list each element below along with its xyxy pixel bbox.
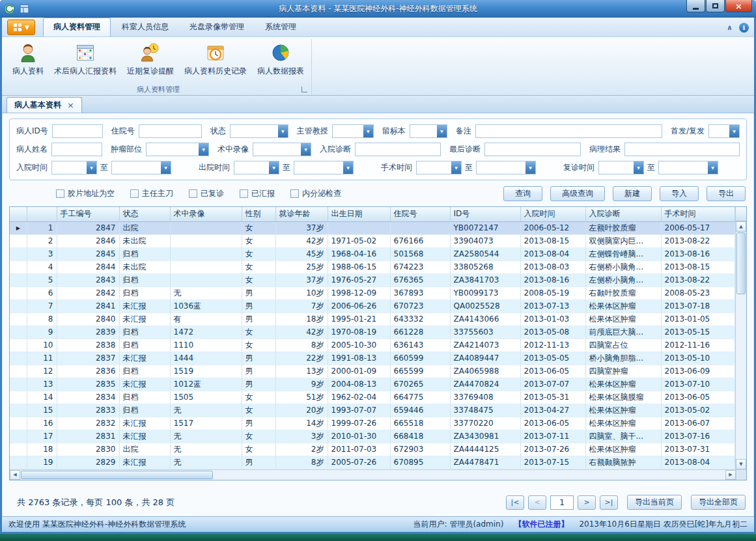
checkbox-endocrine-exam[interactable]: 内分泌检查 — [290, 188, 341, 199]
chevron-down-icon[interactable]: ▼ — [269, 161, 279, 174]
checkbox-reported[interactable]: 已汇报 — [240, 188, 275, 199]
patient-name-input[interactable] — [51, 143, 102, 156]
scroll-down-icon[interactable]: ▼ — [736, 459, 746, 469]
chevron-down-icon[interactable]: ▼ — [199, 143, 208, 156]
ribbon-button-data-report[interactable]: 病人数据报表 — [252, 39, 309, 78]
vertical-scroll-thumb[interactable] — [736, 232, 746, 294]
ribbon-tab-patient-data-management[interactable]: 病人资料管理 — [43, 18, 111, 36]
horizontal-scroll-track[interactable] — [214, 470, 725, 480]
table-row[interactable]: 72841未汇报1036蓝男7岁2006-06-26670723QA002552… — [10, 299, 735, 312]
prev-page-button[interactable]: < — [528, 495, 546, 510]
discharge-date-to-combo[interactable]: ▼ — [294, 161, 354, 174]
scroll-left-icon[interactable]: ◀ — [10, 470, 20, 480]
professor-combo[interactable]: ▼ — [332, 124, 374, 138]
pathology-result-input[interactable] — [624, 143, 740, 156]
surgery-date-to-input[interactable] — [477, 161, 525, 174]
ribbon-tab-department-staff[interactable]: 科室人员信息 — [112, 18, 178, 36]
surgery-video-combo[interactable]: ▼ — [253, 143, 311, 156]
app-menu-button[interactable]: ▼ — [7, 20, 35, 35]
chevron-down-icon[interactable]: ▼ — [87, 161, 96, 174]
followup-date-to-combo[interactable]: ▼ — [658, 161, 718, 174]
advanced-query-button[interactable]: 高级查询 — [550, 186, 605, 201]
ribbon-tab-disc-video-management[interactable]: 光盘录像带管理 — [180, 18, 254, 36]
close-button[interactable]: × — [725, 0, 752, 12]
admission-date-to-combo[interactable]: ▼ — [111, 161, 171, 174]
discharge-date-from-input[interactable] — [234, 161, 269, 174]
collapse-ribbon-icon[interactable]: ∧ — [727, 23, 733, 32]
tumor-site-input[interactable] — [147, 143, 199, 156]
admission-date-from-input[interactable] — [52, 161, 87, 174]
registration-status[interactable]: 【软件已注册】 — [514, 519, 568, 530]
table-row[interactable]: 122836归档1519男13岁2000-01-09665599ZA406598… — [10, 365, 735, 378]
ribbon-tab-system-management[interactable]: 系统管理 — [255, 18, 306, 36]
column-header[interactable]: ID号 — [450, 207, 520, 221]
page-number-input[interactable] — [550, 495, 574, 510]
export-current-page-button[interactable]: 导出当前页 — [627, 495, 682, 510]
scroll-right-icon[interactable]: ▶ — [725, 470, 736, 480]
chevron-down-icon[interactable]: ▼ — [343, 161, 353, 174]
final-diagnosis-input[interactable] — [484, 143, 581, 156]
horizontal-scroll-thumb[interactable] — [21, 471, 213, 479]
chevron-down-icon[interactable]: ▼ — [634, 161, 643, 174]
table-row[interactable]: ▶12847出院女37岁YB00721472006-05-12左额叶胶质瘤200… — [10, 221, 735, 234]
ribbon-button-history-log[interactable]: 病人资料历史记录 — [179, 39, 252, 78]
next-page-button[interactable]: > — [578, 495, 596, 510]
followup-date-from-input[interactable] — [599, 161, 634, 174]
document-tab-patient-basic-info[interactable]: 病人基本资料 × — [7, 97, 82, 113]
admission-date-from-combo[interactable]: ▼ — [51, 161, 97, 174]
column-header[interactable]: 出生日期 — [328, 207, 390, 221]
table-row[interactable]: 182830出院无女2岁2011-07-03672903ZA4444125201… — [10, 443, 735, 456]
column-header[interactable]: 入院时间 — [520, 207, 585, 221]
column-header[interactable]: 术中录像 — [170, 207, 242, 221]
surgery-video-input[interactable] — [253, 143, 301, 156]
table-row[interactable]: 162832未汇报1517男14岁1999-07-266655183377022… — [10, 417, 735, 430]
status-input[interactable] — [231, 125, 278, 137]
tab-close-icon[interactable]: × — [67, 100, 74, 110]
chevron-down-icon[interactable]: ▼ — [363, 125, 373, 137]
column-header[interactable]: 手术时间 — [661, 207, 735, 221]
ribbon-button-patient-info[interactable]: 病人资料 — [7, 39, 49, 78]
column-header[interactable]: 手工编号 — [57, 207, 119, 221]
followup-date-from-combo[interactable]: ▼ — [598, 161, 644, 174]
scroll-up-icon[interactable]: ▲ — [736, 221, 746, 232]
table-row[interactable]: 152833归档无女20岁1993-07-0765944633748475201… — [10, 404, 735, 417]
checkbox-film-address-empty[interactable]: 胶片地址为空 — [56, 188, 115, 199]
dialog-launcher-icon[interactable] — [301, 87, 307, 92]
followup-date-to-input[interactable] — [659, 161, 708, 174]
surgery-date-from-combo[interactable]: ▼ — [416, 161, 462, 174]
checkbox-chief-surgeon[interactable]: 主任主刀 — [130, 188, 173, 199]
new-button[interactable]: 新建 — [613, 186, 652, 201]
surgery-date-from-input[interactable] — [417, 161, 451, 174]
chevron-down-icon[interactable]: ▼ — [451, 161, 461, 174]
column-header[interactable]: 就诊年龄 — [275, 207, 328, 221]
table-row[interactable]: 32845归档女45岁1968-04-16501568ZA25805442013… — [10, 247, 735, 260]
chevron-down-icon[interactable]: ▼ — [301, 143, 311, 156]
table-row[interactable]: 82840未汇报有男18岁1995-01-21643332ZA414306620… — [10, 312, 735, 326]
query-button[interactable]: 查询 — [503, 186, 542, 201]
specimen-combo[interactable]: ▼ — [410, 124, 447, 138]
ribbon-button-followup-reminder[interactable]: 近期复诊提醒 — [122, 39, 179, 78]
chevron-down-icon[interactable]: ▼ — [525, 161, 535, 174]
admission-date-to-input[interactable] — [112, 161, 161, 174]
table-row[interactable]: 92839归档1472女42岁1970-08-19661228337556032… — [10, 326, 735, 339]
import-button[interactable]: 导入 — [660, 186, 699, 201]
remarks-input[interactable] — [475, 124, 662, 138]
table-row[interactable]: 42844未出院女25岁1988-06-15674223338052682013… — [10, 260, 735, 273]
chevron-down-icon[interactable]: ▼ — [278, 125, 288, 137]
table-row[interactable]: 192829未汇报无男8岁2005-07-26670895ZA447847120… — [10, 456, 735, 469]
table-row[interactable]: 52843归档女37岁1976-05-27676365ZA38417032013… — [10, 273, 735, 286]
minimize-button[interactable] — [686, 0, 705, 12]
admission-diagnosis-input[interactable] — [355, 143, 441, 156]
vertical-scroll-track[interactable] — [736, 295, 746, 459]
chevron-down-icon[interactable]: ▼ — [161, 161, 171, 174]
first-page-button[interactable]: |< — [506, 495, 524, 510]
first-recurrence-combo[interactable]: ▼ — [708, 124, 740, 138]
tumor-site-combo[interactable]: ▼ — [146, 143, 209, 156]
table-row[interactable]: 112837未汇报1444男22岁1991-08-13660599ZA40894… — [10, 352, 735, 365]
surgery-date-to-combo[interactable]: ▼ — [476, 161, 536, 174]
checkbox-followed-up[interactable]: 已复诊 — [189, 188, 224, 199]
status-combo[interactable]: ▼ — [230, 124, 288, 138]
table-row[interactable]: 132835未汇报1012蓝男9岁2004-08-13670265ZA44708… — [10, 378, 735, 391]
vertical-scrollbar[interactable]: ▲ ▼ — [735, 207, 746, 469]
export-all-pages-button[interactable]: 导出全部页 — [691, 495, 746, 510]
